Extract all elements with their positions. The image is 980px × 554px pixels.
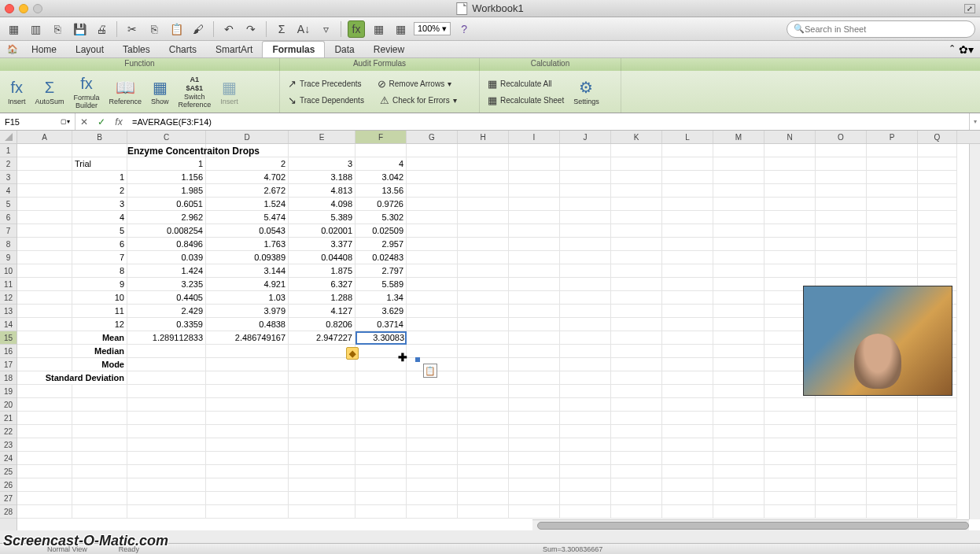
cell[interactable] (713, 412, 764, 425)
cell[interactable] (816, 238, 867, 251)
row-header-14[interactable]: 14 (0, 318, 17, 331)
column-header-A[interactable]: A (17, 131, 72, 143)
cell[interactable]: 0.02483 (356, 251, 407, 264)
cell[interactable] (816, 492, 867, 505)
cell[interactable] (356, 465, 407, 478)
cell[interactable] (127, 371, 206, 385)
tab-layout[interactable]: Layout (66, 42, 113, 57)
cell[interactable] (509, 157, 560, 171)
cell[interactable] (611, 211, 662, 224)
cell[interactable] (458, 345, 509, 358)
row-header-8[interactable]: 8 (0, 238, 17, 251)
cell[interactable] (816, 211, 867, 224)
insert-name-button[interactable]: ▦Insert (217, 76, 241, 107)
cell[interactable] (560, 331, 611, 345)
cell[interactable]: 0.6051 (127, 198, 206, 211)
cell[interactable]: 2.486749167 (206, 331, 289, 345)
cell[interactable] (713, 291, 764, 305)
cell[interactable]: Median (72, 345, 127, 358)
cell[interactable] (407, 278, 458, 291)
cell[interactable]: Standard Deviation (17, 371, 127, 385)
zoom-window-button[interactable] (33, 4, 42, 13)
cell[interactable] (816, 157, 867, 171)
cell[interactable] (867, 452, 918, 465)
cell[interactable]: 2.962 (127, 211, 206, 224)
cell[interactable] (458, 331, 509, 345)
cell[interactable]: 3.30083 (356, 331, 407, 345)
row-header-7[interactable]: 7 (0, 224, 17, 238)
cell[interactable]: 3.235 (127, 278, 206, 291)
cell[interactable] (560, 184, 611, 198)
cell[interactable] (662, 438, 713, 452)
cell[interactable] (206, 438, 289, 452)
tab-tables[interactable]: Tables (113, 42, 160, 57)
cell[interactable] (560, 224, 611, 238)
cell[interactable] (816, 144, 867, 157)
cell[interactable] (918, 264, 957, 278)
cell[interactable] (407, 505, 458, 519)
column-header-M[interactable]: M (713, 131, 764, 143)
cell[interactable]: 3.144 (206, 264, 289, 278)
cell[interactable] (407, 465, 458, 478)
cell[interactable] (662, 278, 713, 291)
cell[interactable] (816, 505, 867, 519)
cell[interactable] (407, 144, 458, 157)
column-header-H[interactable]: H (458, 131, 509, 143)
help-icon[interactable]: ? (455, 20, 473, 38)
cell[interactable] (407, 331, 458, 345)
cell[interactable] (662, 198, 713, 211)
cell[interactable] (407, 345, 458, 358)
cell[interactable] (662, 184, 713, 198)
cell[interactable] (17, 211, 72, 224)
cell[interactable] (662, 371, 713, 385)
cell[interactable] (918, 398, 957, 412)
undo-icon[interactable]: ↶ (220, 20, 238, 38)
cell[interactable] (458, 438, 509, 452)
cell[interactable]: 13.56 (356, 184, 407, 198)
cell[interactable] (918, 224, 957, 238)
print-icon[interactable]: 🖨 (93, 20, 110, 38)
cell[interactable]: 3.979 (206, 305, 289, 318)
cell[interactable]: 4.702 (206, 171, 289, 184)
column-header-K[interactable]: K (611, 131, 662, 143)
close-window-button[interactable] (5, 4, 14, 13)
cell[interactable] (17, 492, 72, 505)
cell[interactable] (816, 198, 867, 211)
cell[interactable] (816, 264, 867, 278)
cell[interactable] (713, 171, 764, 184)
cell[interactable] (611, 238, 662, 251)
cell[interactable] (509, 438, 560, 452)
cell[interactable]: 1.288 (289, 291, 356, 305)
cell[interactable] (713, 144, 764, 157)
cell[interactable] (127, 505, 206, 519)
cell[interactable] (560, 157, 611, 171)
cell[interactable] (72, 385, 127, 398)
cell[interactable] (764, 211, 816, 224)
cell[interactable] (407, 211, 458, 224)
cell[interactable] (509, 251, 560, 264)
cell[interactable] (764, 398, 816, 412)
cell[interactable] (560, 198, 611, 211)
cell[interactable] (713, 452, 764, 465)
gear-icon[interactable]: ✿▾ (959, 43, 974, 56)
cell[interactable] (17, 264, 72, 278)
column-header-I[interactable]: I (509, 131, 560, 143)
cell[interactable] (611, 171, 662, 184)
cell[interactable] (509, 198, 560, 211)
remove-arrows-button[interactable]: ⊘Remove Arrows ▾ (374, 76, 455, 91)
cell[interactable] (662, 318, 713, 331)
cell[interactable] (816, 465, 867, 478)
sort-icon[interactable]: A↓ (295, 20, 312, 38)
new-workbook-icon[interactable]: ▦ (5, 20, 22, 38)
row-header-13[interactable]: 13 (0, 305, 17, 318)
cell[interactable]: 5.389 (289, 211, 356, 224)
tab-charts[interactable]: Charts (160, 42, 206, 57)
cell[interactable] (127, 438, 206, 452)
column-header-C[interactable]: C (127, 131, 206, 143)
cell[interactable] (206, 465, 289, 478)
cell[interactable] (560, 398, 611, 412)
cell[interactable] (509, 264, 560, 278)
cell[interactable] (918, 452, 957, 465)
save-as-icon[interactable]: ⎘ (49, 20, 66, 38)
cell[interactable] (127, 492, 206, 505)
